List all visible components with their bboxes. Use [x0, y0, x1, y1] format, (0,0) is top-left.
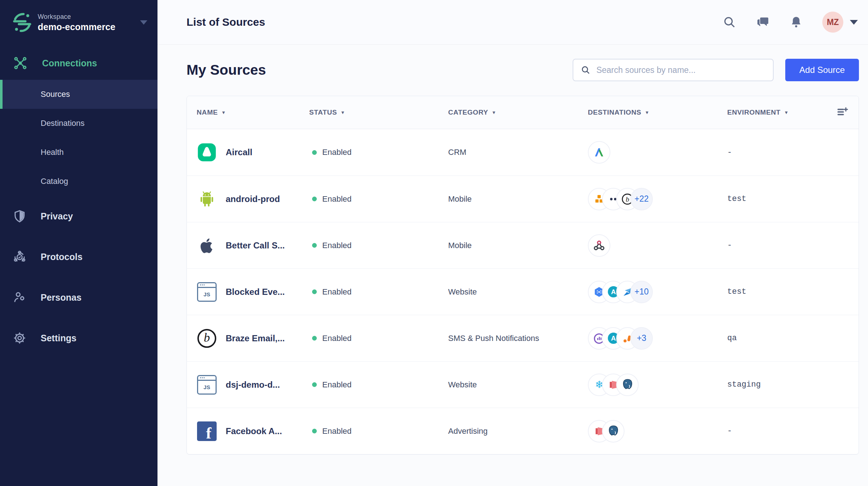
gear-icon: [12, 331, 27, 345]
status-text: Enabled: [322, 427, 352, 436]
source-name: android-prod: [226, 194, 280, 204]
customize-columns-icon[interactable]: [836, 106, 859, 119]
status-dot: [312, 336, 317, 341]
environment-text: qa: [727, 334, 836, 343]
more-destinations-badge[interactable]: +3: [630, 327, 653, 350]
source-name: Better Call S...: [226, 240, 285, 251]
table-row[interactable]: b Braze Email,... Enabled SMS & Push Not…: [187, 315, 859, 361]
page-header-title: List of Sources: [187, 16, 265, 28]
topbar: List of Sources: [157, 0, 868, 44]
sub-item-label: Sources: [41, 90, 70, 99]
status-dot: [312, 197, 317, 201]
connections-icon: [13, 56, 28, 70]
environment-text: -: [727, 148, 836, 157]
status-text: Enabled: [322, 380, 352, 390]
postgres-destination-icon[interactable]: [616, 374, 639, 396]
status-dot: [312, 382, 317, 387]
svg-text:A: A: [611, 334, 615, 342]
webhook-destination-icon[interactable]: [588, 234, 610, 257]
status-dot: [312, 429, 317, 433]
source-name: Braze Email,...: [226, 333, 285, 343]
chat-icon[interactable]: [756, 15, 770, 29]
column-header-category[interactable]: CATEGORY▾: [448, 108, 588, 116]
svg-text:b: b: [626, 195, 629, 203]
table-header: NAME▾ STATUS▾ CATEGORY▾ DESTINATIONS▾ EN…: [187, 96, 859, 129]
status-text: Enabled: [322, 287, 352, 297]
sidebar-item-destinations[interactable]: Destinations: [0, 109, 157, 138]
postgres-destination-icon[interactable]: [602, 420, 625, 442]
column-header-destinations[interactable]: DESTINATIONS▾: [588, 108, 727, 116]
status-dot: [312, 289, 317, 294]
sources-table: NAME▾ STATUS▾ CATEGORY▾ DESTINATIONS▾ EN…: [187, 96, 859, 454]
workspace-label: Workspace: [38, 13, 140, 21]
sidebar-item-label: Settings: [41, 333, 77, 343]
destinations-cell: ❄: [588, 374, 727, 396]
user-menu[interactable]: MZ: [822, 12, 858, 33]
category-text: Advertising: [448, 427, 588, 436]
sidebar-item-settings[interactable]: Settings: [0, 318, 157, 358]
app-window: Workspace demo-ecommerce Connections Sou…: [0, 0, 868, 486]
sidebar-item-health[interactable]: Health: [0, 138, 157, 167]
sidebar-item-catalog[interactable]: Catalog: [0, 167, 157, 196]
environment-text: test: [727, 287, 836, 296]
table-body: Aircall Enabled CRM - android-prod Enabl…: [187, 129, 859, 454]
android-source-icon: [197, 189, 217, 209]
connections-submenu: Sources Destinations Health Catalog: [0, 80, 157, 196]
search-icon: [581, 65, 590, 75]
search-sources-input[interactable]: [596, 65, 766, 75]
column-label: ENVIRONMENT: [727, 108, 781, 116]
sort-caret-icon: ▾: [492, 109, 495, 116]
apple-source-icon: [197, 235, 217, 256]
sidebar-item-sources[interactable]: Sources: [0, 80, 157, 109]
category-text: SMS & Push Notifications: [448, 334, 588, 343]
protocols-icon: [12, 250, 27, 264]
column-header-name[interactable]: NAME▾: [197, 108, 309, 116]
source-name: Facebook A...: [226, 426, 282, 436]
column-header-environment[interactable]: ENVIRONMENT▾: [727, 108, 836, 116]
category-text: CRM: [448, 148, 588, 157]
svg-text:A: A: [611, 288, 615, 296]
table-row[interactable]: JS Blocked Eve... Enabled Website A+10 t…: [187, 268, 859, 315]
sidebar-item-label: Personas: [41, 292, 82, 303]
destinations-cell: [588, 234, 727, 257]
destinations-cell: b+22: [588, 188, 727, 210]
more-destinations-badge[interactable]: +10: [630, 281, 653, 303]
destinations-cell: A+3: [588, 327, 727, 350]
sidebar-item-connections[interactable]: Connections: [0, 51, 157, 75]
sub-item-label: Health: [41, 148, 64, 157]
environment-text: test: [727, 194, 836, 203]
javascript-source-icon: JS: [197, 282, 217, 302]
column-header-status[interactable]: STATUS▾: [309, 108, 448, 116]
table-row[interactable]: android-prod Enabled Mobile b+22 test: [187, 176, 859, 222]
workspace-switcher[interactable]: Workspace demo-ecommerce: [0, 0, 157, 45]
category-text: Website: [448, 287, 588, 297]
environment-text: staging: [727, 380, 836, 389]
workspace-name: demo-ecommerce: [38, 22, 140, 32]
sort-caret-icon: ▾: [785, 109, 788, 116]
sidebar-item-privacy[interactable]: Privacy: [0, 196, 157, 236]
avatar[interactable]: MZ: [822, 12, 843, 33]
adwords-destination-icon[interactable]: [588, 141, 610, 164]
sidebar: Workspace demo-ecommerce Connections Sou…: [0, 0, 157, 486]
source-name: dsj-demo-d...: [226, 380, 280, 390]
source-name: Aircall: [226, 147, 252, 157]
search-icon[interactable]: [722, 15, 737, 29]
more-destinations-badge[interactable]: +22: [630, 188, 653, 210]
destinations-cell: A+10: [588, 281, 727, 303]
table-row[interactable]: JS dsj-demo-d... Enabled Website ❄ stagi…: [187, 361, 859, 408]
facebook-source-icon: f: [197, 421, 217, 441]
environment-text: -: [727, 241, 836, 250]
page-title: My Sources: [187, 62, 266, 78]
table-row[interactable]: f Facebook A... Enabled Advertising -: [187, 408, 859, 454]
sort-caret-icon: ▾: [646, 109, 648, 116]
table-row[interactable]: Aircall Enabled CRM -: [187, 129, 859, 176]
bell-icon[interactable]: [789, 15, 803, 29]
sidebar-item-protocols[interactable]: Protocols: [0, 236, 157, 277]
sub-item-label: Destinations: [41, 119, 85, 128]
table-row[interactable]: Better Call S... Enabled Mobile -: [187, 222, 859, 268]
add-source-button[interactable]: Add Source: [785, 59, 859, 81]
status-dot: [312, 243, 317, 248]
column-label: CATEGORY: [448, 108, 488, 116]
sidebar-item-personas[interactable]: Personas: [0, 277, 157, 318]
javascript-source-icon: JS: [197, 375, 217, 395]
